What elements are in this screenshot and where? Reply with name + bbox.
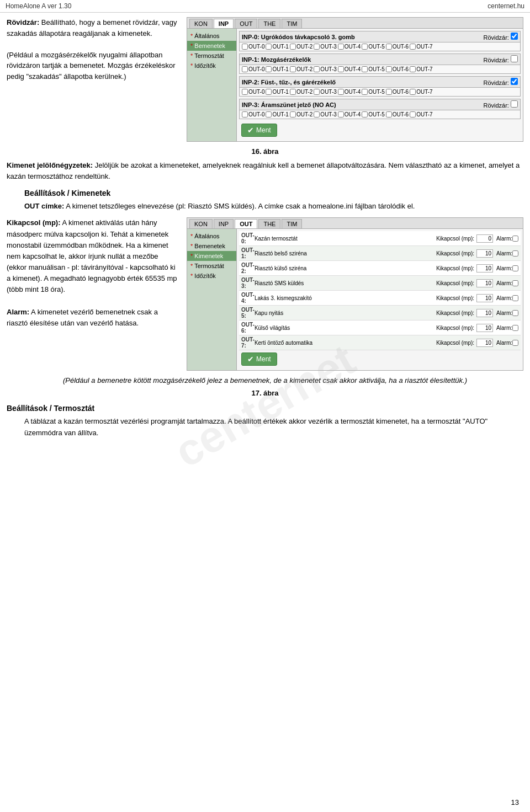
inp-1-out4: OUT-4 [338,66,361,72]
inp-2-rovid: Rövidzár: [483,78,518,86]
out-cimke-desc: A kimenet tetszőleges elnevezése (pl: Ri… [66,202,415,210]
out-6-alarm-cb[interactable] [512,325,518,331]
inp-1-id: INP-1: Mozgásérzékelők [242,56,479,63]
inp-row-3: INP-3: Áramszünet jelző (NO AC) Rövidzár… [239,99,521,119]
sidebar-altalanos[interactable]: * Általános [187,31,236,41]
out-4-value[interactable] [476,294,493,302]
out-1-alarm-cb[interactable] [512,250,518,257]
out-0-name: Kazán termosztát [255,236,436,242]
panel2-main: OUT-0: Kazán termosztát Kikapcsol (mp): … [237,229,523,370]
inp-2-out5: OUT-5 [362,89,384,95]
out-7-value[interactable] [476,339,493,347]
sidebar2-bemenetek[interactable]: * Bemenetek [187,241,236,251]
out-3-value[interactable] [476,279,493,287]
ment-button-2[interactable]: ✔ Ment [241,352,277,366]
sidebar2-termosztat[interactable]: * Termosztát [187,261,236,271]
inp-1-out2: OUT-2 [290,66,312,72]
main-content: Rövidzár: Beállítható, hogy a bemenet rö… [0,17,530,451]
tab2-the[interactable]: THE [258,219,280,228]
rovidzar-description: Rövidzár: Beállítható, hogy a bemenet rö… [7,17,178,142]
kimenet-heading: Kimenet jelölőnégyzetek: [7,161,93,169]
inp-1-out7: OUT-7 [410,66,432,72]
out-5-id: OUT-5: [241,307,255,319]
inp-2-out2: OUT-2 [290,89,312,95]
out-5-kikapcsol-label: Kikapcsol (mp): [436,310,474,316]
tab-out[interactable]: OUT [235,19,257,28]
rovidzar-title: Rövidzár: [7,18,39,26]
out-5-alarm-cb[interactable] [512,310,518,316]
out-0-kikapcsol-label: Kikapcsol (mp): [436,236,474,242]
out-7-alarm-cb[interactable] [512,340,518,346]
out-4-kikapcsol-label: Kikapcsol (mp): [436,295,474,301]
out-7-kikapcsol-label: Kikapcsol (mp): [436,340,474,346]
kikapcsol-section: Kikapcsol (mp): A kimenet aktiválás után… [7,217,523,371]
inp-row-1: INP-1: Mozgásérzékelők Rövidzár: OUT-0 O… [239,54,521,74]
website: centernet.hu [487,2,524,10]
out-2-value[interactable] [476,264,493,273]
out-row-5: OUT-5: Kapu nyitás Kikapcsol (mp): Alarm… [239,306,521,320]
out-4-name: Lakás 3. kismegszakító [255,295,436,301]
out-row-6: OUT-6: Külső világítás Kikapcsol (mp): A… [239,320,521,335]
inp-2-rovid-cb[interactable] [511,78,518,85]
panel1-body: * Általános * Bemenetek * Termosztát * I… [187,29,523,141]
sidebar-bemenetek[interactable]: * Bemenetek [187,41,236,51]
tab-the[interactable]: THE [258,19,280,28]
out-0-value[interactable] [476,234,493,243]
ment-button-1[interactable]: ✔ Ment [241,124,277,137]
panel1-sidebar: * Általános * Bemenetek * Termosztát * I… [187,29,237,141]
inp-1-title: INP-1: Mozgásérzékelők Rövidzár: [240,54,520,65]
sidebar-termosztat[interactable]: * Termosztát [187,51,236,61]
out-row-7: OUT-7: Kerti öntöző automatika Kikapcsol… [239,335,521,350]
out-0-id: OUT-0: [241,232,255,244]
out-2-alarm-label: Alarm: [496,265,512,271]
out-7-id: OUT-7: [241,336,255,349]
termostat-text: A táblázat a kazán termosztát vezérlési … [24,416,523,438]
out-7-name: Kerti öntöző automatika [255,340,436,346]
inp-1-rovid-cb[interactable] [511,55,518,62]
checkmark-icon-2: ✔ [247,355,254,364]
tab2-tim[interactable]: TIM [282,219,302,228]
inp-0-rovid: Rövidzár: [483,33,518,41]
out-cimke-text: OUT címke: A kimenet tetszőleges elnevez… [24,201,523,212]
out-2-name: Riasztó külső sziréna [255,265,436,271]
tab2-kon[interactable]: KON [189,219,213,228]
inp-3-out2: OUT-2 [290,111,312,117]
inp-0-out6: OUT-6 [386,44,409,50]
panel2-body: * Általános * Bemenetek * Kimenetek * Te… [187,229,523,370]
beallitasok-kimenetek-heading: Beállítások / Kimenetek [24,189,523,197]
checkmark-icon: ✔ [247,126,254,135]
tab-kon[interactable]: KON [189,19,213,28]
out-6-id: OUT-6: [241,322,255,334]
inp-3-rovid-cb[interactable] [511,100,518,108]
inp-0-rovid-cb[interactable] [511,33,518,40]
out-4-id: OUT-4: [241,292,255,304]
out-0-alarm-cb[interactable] [512,236,518,242]
inp-3-out0: OUT-0 [242,111,264,117]
out-5-value[interactable] [476,309,493,317]
inp-1-out1: OUT-1 [266,66,288,72]
tab-inp[interactable]: INP [214,19,234,28]
kikapcsol-left-text: Kikapcsol (mp): A kimenet aktiválás után… [7,217,178,371]
sidebar2-kimenetek[interactable]: * Kimenetek [187,251,236,261]
out-6-value[interactable] [476,324,493,332]
out-1-value[interactable] [476,249,493,258]
tab-tim[interactable]: TIM [282,19,302,28]
sidebar2-idozitok[interactable]: * Időzítők [187,271,236,281]
inp-row-0: INP-0: Ugrókódos távkapcsoló 3. gomb Röv… [239,31,521,51]
sidebar2-altalanos[interactable]: * Általános [187,231,236,241]
ment-label-2: Ment [256,355,271,363]
out-4-alarm-label: Alarm: [496,295,512,301]
out-2-alarm-cb[interactable] [512,265,518,271]
alarm-label: Alarm: [7,308,29,316]
inp-0-out0: OUT-0 [242,44,264,50]
inp-0-id: INP-0: Ugrókódos távkapcsoló 3. gomb [242,34,479,40]
inp-3-out3: OUT-3 [314,111,336,117]
sidebar-idozitok[interactable]: * Időzítők [187,61,236,71]
inp-0-out4: OUT-4 [338,44,361,50]
out-3-alarm-cb[interactable] [512,280,518,286]
out-4-alarm-cb[interactable] [512,295,518,301]
tab2-out[interactable]: OUT [235,219,257,228]
tab2-inp[interactable]: INP [214,219,234,228]
out-1-alarm-label: Alarm: [496,250,512,257]
inp-2-out1: OUT-1 [266,89,288,95]
